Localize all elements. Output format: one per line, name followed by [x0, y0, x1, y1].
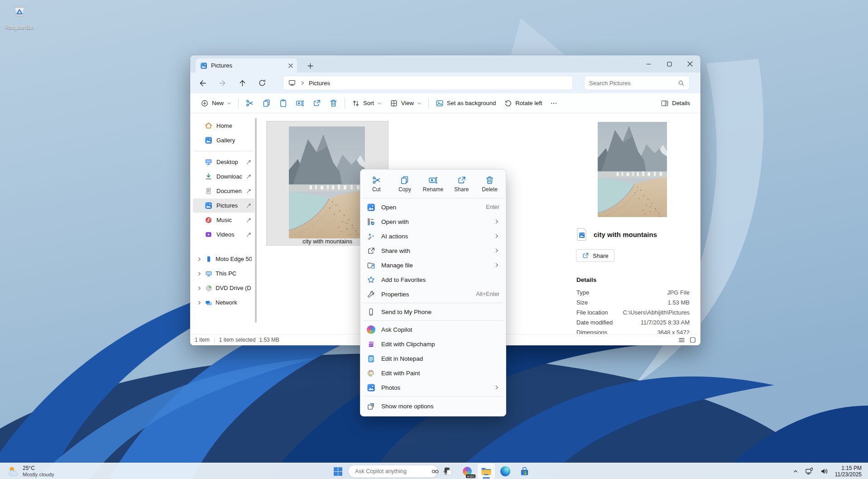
up-button[interactable]: [235, 76, 250, 90]
taskbar-clock[interactable]: 1:15 PM 11/23/2025: [832, 465, 864, 478]
menu-item-open[interactable]: Open Enter: [362, 200, 504, 214]
sidebar-item-this-pc[interactable]: This PC: [193, 266, 254, 281]
network-tray-button[interactable]: [803, 464, 816, 478]
menu-item-ask-copilot[interactable]: Ask Copilot: [362, 322, 504, 337]
this-pc-icon: [288, 79, 296, 87]
new-label: New: [212, 100, 224, 106]
copy-button[interactable]: [258, 96, 275, 111]
quick-copy-button[interactable]: Copy: [391, 172, 419, 196]
menu-item-edit-paint[interactable]: Edit with Paint: [362, 366, 504, 380]
sidebar-item-music[interactable]: Music: [193, 213, 254, 227]
edge-icon: [500, 466, 510, 476]
menu-item-open-with[interactable]: Open with: [362, 214, 504, 229]
tray-chevron-button[interactable]: [790, 464, 801, 478]
menu-item-edit-clipchamp[interactable]: Edit with Clipchamp: [362, 337, 504, 351]
edge-button[interactable]: [497, 464, 514, 479]
expand-chevron-icon[interactable]: [197, 256, 202, 262]
network-icon: [205, 299, 212, 306]
details-pane-toggle[interactable]: Details: [657, 96, 694, 111]
menu-item-properties[interactable]: Properties Alt+Enter: [362, 287, 504, 301]
thumbnail-view-icon[interactable]: [690, 337, 696, 343]
file-explorer-button[interactable]: [478, 464, 495, 479]
address-bar[interactable]: Pictures: [283, 76, 573, 90]
details-row-size: Size1.53 MB: [576, 299, 690, 309]
maximize-button[interactable]: [659, 55, 680, 73]
paste-button[interactable]: [275, 96, 292, 111]
sort-button[interactable]: Sort: [348, 96, 386, 111]
expand-chevron-icon[interactable]: [197, 300, 202, 305]
maximize-icon: [667, 62, 672, 67]
delete-button[interactable]: [325, 96, 342, 111]
weather-icon: [7, 465, 20, 477]
search-input[interactable]: [589, 80, 678, 87]
menu-item-add-to-favorites[interactable]: Add to Favorites: [362, 272, 504, 287]
menu-item-manage-file[interactable]: Manage file: [362, 258, 504, 272]
sidebar-item-gallery[interactable]: Gallery: [193, 133, 254, 147]
minimize-button[interactable]: [638, 55, 659, 73]
sidebar-item-label: Documents: [216, 188, 242, 194]
sidebar-item-downloads[interactable]: Downloads: [193, 169, 254, 184]
rename-button[interactable]: [292, 96, 308, 111]
cut-button[interactable]: [241, 96, 258, 111]
start-button[interactable]: [329, 464, 346, 479]
home-icon: [205, 122, 212, 130]
m365-copilot-button[interactable]: M365: [459, 464, 476, 479]
menu-item-ai-actions[interactable]: AI actions: [362, 229, 504, 243]
task-view-button[interactable]: [440, 464, 457, 479]
share-button[interactable]: [308, 96, 325, 111]
taskbar-weather-widget[interactable]: 25°C Mostly cloudy: [5, 463, 57, 479]
sidebar-item-label: Home: [216, 122, 252, 129]
close-button[interactable]: [680, 55, 700, 73]
sidebar-item-dvd-drive[interactable]: DVD Drive (D:) C: [193, 281, 254, 295]
sidebar-item-videos[interactable]: Videos: [193, 227, 254, 242]
search-icon[interactable]: [678, 80, 685, 87]
sidebar-item-home[interactable]: Home: [193, 119, 254, 133]
volume-tray-button[interactable]: [818, 464, 830, 478]
sidebar-item-network[interactable]: Network: [193, 295, 254, 310]
breadcrumb[interactable]: Pictures: [309, 80, 330, 87]
quick-share-button[interactable]: Share: [447, 172, 476, 196]
sidebar-scrollbar[interactable]: [255, 118, 257, 323]
quick-cut-button[interactable]: Cut: [362, 172, 391, 196]
open-with-icon: [367, 218, 375, 226]
tab-pictures[interactable]: Pictures: [196, 58, 297, 73]
clock-time: 1:15 PM: [835, 465, 862, 471]
quick-delete-button[interactable]: Delete: [475, 172, 504, 196]
list-view-icon[interactable]: [678, 337, 685, 344]
menu-item-photos[interactable]: Photos: [362, 380, 504, 395]
forward-button[interactable]: [215, 76, 230, 90]
refresh-button[interactable]: [254, 76, 270, 90]
sidebar-item-label: Desktop: [216, 159, 242, 165]
weather-condition: Mostly cloudy: [23, 471, 54, 478]
set-as-background-button[interactable]: Set as background: [432, 96, 500, 111]
view-button[interactable]: View: [386, 96, 426, 111]
sort-label: Sort: [363, 100, 374, 106]
sidebar-item-label: Videos: [216, 231, 242, 238]
quick-rename-button[interactable]: Rename: [419, 172, 447, 196]
dvd-drive-icon: [205, 285, 212, 292]
more-options-button[interactable]: [546, 96, 561, 111]
back-button[interactable]: [195, 76, 210, 90]
new-button[interactable]: New: [197, 96, 235, 111]
star-icon: [367, 276, 375, 284]
search-box[interactable]: [584, 76, 690, 90]
rotate-left-button[interactable]: Rotate left: [500, 96, 546, 111]
taskbar-search-input[interactable]: [355, 468, 428, 474]
menu-item-send-to-phone[interactable]: Send to My Phone: [362, 305, 504, 319]
sidebar-item-moto-edge[interactable]: Moto Edge 50 N: [193, 252, 254, 266]
toolbar-divider: [238, 98, 239, 108]
details-share-button[interactable]: Share: [576, 249, 614, 262]
menu-item-show-more-options[interactable]: Show more options: [362, 398, 504, 414]
recycle-bin-shortcut[interactable]: Recycle Bin: [4, 4, 35, 30]
expand-chevron-icon[interactable]: [197, 271, 202, 276]
expand-chevron-icon[interactable]: [197, 285, 202, 291]
taskbar-search-box[interactable]: [348, 465, 438, 478]
microsoft-store-button[interactable]: [516, 464, 533, 479]
menu-item-edit-notepad[interactable]: Edit in Notepad: [362, 351, 504, 366]
new-tab-button[interactable]: [304, 60, 316, 71]
sidebar-item-documents[interactable]: Documents: [193, 184, 254, 198]
sidebar-item-desktop[interactable]: Desktop: [193, 155, 254, 169]
menu-item-share-with[interactable]: Share with: [362, 243, 504, 258]
tab-close-icon[interactable]: [288, 63, 293, 68]
sidebar-item-pictures[interactable]: Pictures: [193, 198, 254, 213]
